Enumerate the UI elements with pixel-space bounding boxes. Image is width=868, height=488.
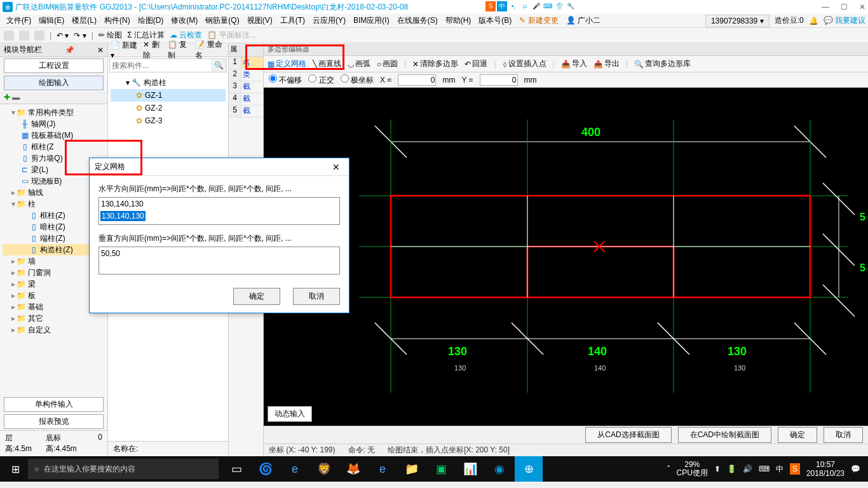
new-component-button[interactable]: 📄 新建 ▾ — [111, 40, 139, 60]
taskbar-edge[interactable]: e — [281, 456, 309, 482]
tray-ime[interactable]: 中 — [776, 464, 783, 475]
cpu-meter[interactable]: 29%CPU使用 — [677, 461, 708, 477]
save-icon[interactable] — [34, 30, 44, 41]
radio-noshift[interactable]: 不偏移 — [269, 74, 302, 86]
menu-component[interactable]: 构件(N) — [100, 15, 134, 26]
query-polygon-button[interactable]: 🔍 查询多边形库 — [634, 58, 691, 69]
radio-polar[interactable]: 极坐标 — [341, 74, 374, 86]
cancel-button[interactable]: 取消 — [824, 427, 863, 443]
taskbar-firefox[interactable]: 🦊 — [339, 456, 367, 482]
menu-floor[interactable]: 楼层(L) — [68, 15, 100, 26]
menu-bim[interactable]: BIM应用(I) — [349, 15, 393, 26]
tray-up-icon[interactable]: ˄ — [667, 464, 670, 473]
taskbar-app5[interactable]: 📊 — [456, 456, 484, 482]
delete-component-button[interactable]: ✕ 删除 — [143, 39, 164, 61]
y-input[interactable] — [480, 74, 518, 86]
draw-arc-button[interactable]: ◡ 画弧 — [348, 58, 370, 69]
nav-close-icon[interactable]: ✕ — [97, 46, 104, 55]
tab-single-input[interactable]: 单构件输入 — [4, 397, 104, 412]
close-button[interactable]: ✕ — [859, 3, 865, 11]
taskbar-search[interactable]: ○ 在这里输入你要搜索的内容 — [28, 459, 219, 479]
bell-icon[interactable]: 🔔 — [809, 17, 818, 25]
menu-view[interactable]: 视图(V) — [243, 15, 276, 26]
menu-online[interactable]: 在线服务(S) — [393, 15, 442, 26]
rename-component-button[interactable]: 📝 重命名 — [195, 39, 226, 61]
tray-clock[interactable]: 10:572018/10/23 — [806, 460, 844, 478]
search-input[interactable] — [110, 59, 211, 72]
taskbar-current-app[interactable]: ⊕ — [515, 456, 543, 482]
tray-sogou-icon[interactable]: S — [790, 463, 800, 475]
user-label[interactable]: 👤 广小二 — [562, 15, 604, 26]
tray-notification-icon[interactable]: 💬 — [851, 464, 860, 473]
clear-polygon-button[interactable]: ✕ 清除多边形 — [412, 58, 458, 69]
ime-mic-icon[interactable]: 🎤 — [531, 1, 541, 11]
import-button[interactable]: 📥 导入 — [561, 58, 587, 69]
draw-button[interactable]: ✏ 绘图 — [98, 30, 122, 41]
menu-draw[interactable]: 绘图(D) — [134, 15, 168, 26]
x-input[interactable] — [398, 74, 436, 86]
menu-edit[interactable]: 编辑(E) — [35, 15, 68, 26]
ime-emoji-icon[interactable]: ☺ — [520, 1, 530, 11]
undo-button[interactable]: ↶ ▾ — [57, 31, 69, 40]
maximize-button[interactable]: ☐ — [841, 3, 848, 11]
taskbar-app3[interactable]: 📁 — [398, 456, 426, 482]
ime-punct-icon[interactable]: •, — [508, 1, 519, 11]
nav-title: 模块导航栏 — [4, 44, 42, 55]
phone-field[interactable]: 13907298339 ▾ — [705, 15, 770, 27]
tab-draw-input[interactable]: 绘图输入 — [4, 76, 104, 90]
open-icon[interactable] — [19, 30, 29, 41]
component-instance-tree[interactable]: ▾ 🔧 构造柱 ✿GZ-1 ✿GZ-2 ✿GZ-3 — [108, 74, 228, 130]
ime-tool-icon[interactable]: 🔧 — [566, 1, 576, 11]
redo-button[interactable]: ↷ ▾ — [74, 31, 86, 40]
back-button[interactable]: ↶ 回退 — [465, 58, 487, 69]
search-icon[interactable]: 🔍 — [211, 59, 226, 72]
tab-report[interactable]: 报表预览 — [4, 414, 104, 429]
taskbar-app2[interactable]: 🦁 — [310, 456, 338, 482]
menu-help[interactable]: 帮助(H) — [442, 15, 475, 26]
menu-version[interactable]: 版本号(B) — [475, 15, 515, 26]
tab-project-settings[interactable]: 工程设置 — [4, 58, 104, 73]
radio-ortho[interactable]: 正交 — [308, 74, 334, 86]
menu-rebar[interactable]: 钢筋量(Q) — [201, 15, 243, 26]
define-grid-button[interactable]: ▦ 定义网格 — [268, 58, 306, 69]
draw-circle-button[interactable]: ○ 画圆 — [377, 58, 398, 69]
coord-bar: 不偏移 正交 极坐标 X = mm Y = mm — [264, 72, 868, 88]
export-button[interactable]: 📤 导出 — [593, 58, 620, 69]
nav-pin-icon[interactable]: 📌 — [65, 46, 74, 55]
from-cad-button[interactable]: 从CAD选择截面图 — [585, 427, 671, 443]
draw-line-button[interactable]: ╲ 画直线 — [313, 58, 341, 69]
component-search[interactable]: 🔍 — [109, 58, 227, 72]
tray-volume-icon[interactable]: 🔊 — [743, 464, 752, 473]
dialog-close-icon[interactable]: ✕ — [329, 162, 344, 172]
new-icon[interactable] — [4, 30, 14, 41]
menu-modify[interactable]: 修改(M) — [167, 15, 201, 26]
ime-skin-icon[interactable]: 👕 — [554, 1, 564, 11]
drawing-canvas[interactable]: 400 130 140 130 130 140 130 5 5 动态输入 — [264, 88, 868, 426]
sogou-icon[interactable]: S — [485, 1, 496, 11]
menu-tool[interactable]: 工具(T) — [276, 15, 309, 26]
taskbar-app6[interactable]: ◉ — [485, 456, 513, 482]
task-view-icon[interactable]: ▭ — [222, 456, 250, 482]
taskbar-ie[interactable]: e — [369, 456, 397, 482]
tray-icon1[interactable]: ⬆ — [714, 464, 721, 473]
taskbar-app4[interactable]: ▣ — [427, 456, 455, 482]
tray-keyboard-icon[interactable]: ⌨ — [759, 464, 770, 473]
copy-component-button[interactable]: 📋 复制 — [168, 39, 191, 61]
minimize-button[interactable]: — — [822, 3, 829, 11]
dialog-ok-button[interactable]: 确定 — [233, 288, 280, 305]
suggest-button[interactable]: 💬 我要建议 — [824, 15, 865, 26]
tray-battery-icon[interactable]: 🔋 — [727, 464, 736, 473]
new-change-button[interactable]: ✎ 新建变更 — [515, 15, 562, 26]
ok-button[interactable]: 确定 — [778, 427, 817, 443]
taskbar-app1[interactable]: 🌀 — [252, 456, 280, 482]
menu-cloud[interactable]: 云应用(Y) — [309, 15, 349, 26]
ime-cn-icon[interactable]: 中 — [497, 1, 507, 11]
dialog-cancel-button[interactable]: 取消 — [293, 288, 340, 305]
to-cad-button[interactable]: 在CAD中绘制截面图 — [678, 427, 771, 443]
start-button[interactable]: ⊞ — [3, 456, 28, 482]
menu-file[interactable]: 文件(F) — [3, 15, 35, 26]
dynamic-input-label[interactable]: 动态输入 — [268, 406, 312, 422]
set-insert-button[interactable]: ⎀ 设置插入点 — [503, 58, 546, 69]
v-spacing-input[interactable] — [98, 247, 340, 274]
ime-keyboard-icon[interactable]: ⌨ — [543, 1, 553, 11]
